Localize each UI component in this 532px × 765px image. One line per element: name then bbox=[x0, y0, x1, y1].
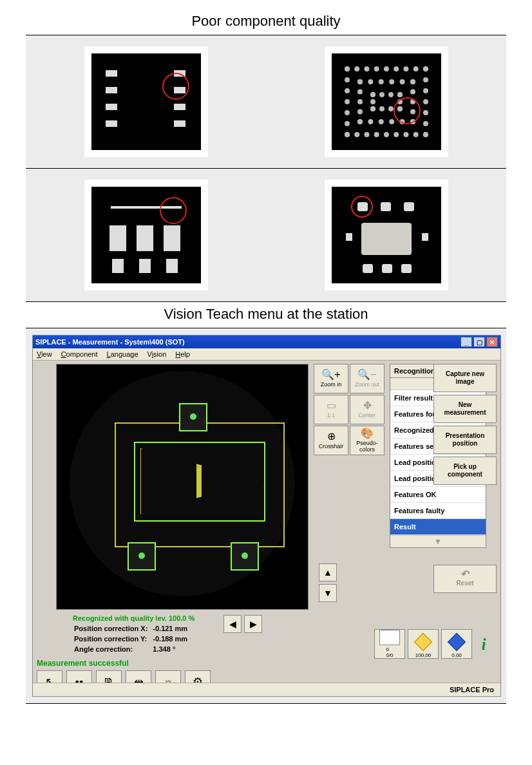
maximize-button[interactable]: ▢ bbox=[473, 337, 485, 347]
defect-circle-icon bbox=[162, 73, 189, 100]
pseudo-colors-button[interactable]: 🎨Pseudo- colors bbox=[350, 426, 385, 455]
nav-next-button[interactable]: ▶ bbox=[244, 615, 262, 633]
nav-down-button[interactable]: ▼ bbox=[319, 584, 337, 602]
defect-circle-icon bbox=[394, 97, 421, 124]
yellow-diamond-widget[interactable]: 100.00 bbox=[408, 629, 439, 659]
window-title: SIPLACE - Measurement - System\400 (SOT) bbox=[35, 338, 185, 346]
defect-circle-icon bbox=[351, 196, 373, 218]
blue-diamond-widget[interactable]: 0.00 bbox=[441, 629, 472, 659]
status-bar: SIPLACE Pro bbox=[33, 683, 500, 696]
defect-image-2 bbox=[325, 47, 448, 156]
menu-vision[interactable]: Vision bbox=[147, 350, 167, 358]
menu-component[interactable]: Component bbox=[61, 350, 98, 358]
view-tools: 🔍+Zoom in 🔍−Zoom out ▭1:1 ✥Center ⊕Cross… bbox=[314, 364, 385, 455]
vertical-nav: ▲ ▼ bbox=[319, 563, 337, 602]
defect-image-3 bbox=[85, 180, 207, 290]
diamond-yellow-icon bbox=[414, 633, 432, 651]
defect-circle-icon bbox=[160, 197, 187, 224]
horizontal-nav: ◀ ▶ bbox=[223, 615, 262, 633]
section-title-2: Vision Teach menu at the station bbox=[26, 306, 506, 323]
capture-new-image-button[interactable]: Capture new image bbox=[433, 364, 497, 392]
one-to-one-button[interactable]: ▭1:1 bbox=[314, 395, 348, 424]
quality-line: Recognized with quality lev. 100.0 % bbox=[73, 614, 195, 623]
section-title-1: Poor component quality bbox=[26, 13, 506, 30]
defect-image-4 bbox=[325, 180, 448, 290]
action-buttons: Capture new image New measurement Presen… bbox=[433, 364, 497, 593]
zoom-in-icon: 🔍+ bbox=[321, 370, 340, 380]
center-icon: ✥ bbox=[363, 401, 372, 411]
close-button[interactable]: ✕ bbox=[486, 337, 498, 347]
pick-up-component-button[interactable]: Pick up component bbox=[433, 457, 497, 485]
zoom-out-button[interactable]: 🔍−Zoom out bbox=[350, 364, 385, 393]
zoom-out-icon: 🔍− bbox=[357, 370, 376, 380]
undo-icon: ↶ bbox=[461, 571, 470, 578]
minimize-button[interactable]: _ bbox=[461, 337, 472, 347]
window-titlebar: SIPLACE - Measurement - System\400 (SOT)… bbox=[33, 335, 500, 348]
crosshair-button[interactable]: ⊕Crosshair bbox=[314, 426, 348, 455]
menu-help[interactable]: Help bbox=[175, 350, 190, 358]
status-bar-text: SIPLACE Pro bbox=[450, 686, 494, 694]
menu-view[interactable]: View bbox=[37, 350, 52, 358]
counter-widget[interactable]: 0 0/0 bbox=[374, 629, 405, 659]
poor-quality-row-2 bbox=[26, 169, 506, 302]
one-to-one-icon: ▭ bbox=[327, 401, 336, 411]
nav-prev-button[interactable]: ◀ bbox=[223, 615, 242, 633]
presentation-position-button[interactable]: Presentation position bbox=[433, 426, 497, 454]
zoom-in-button[interactable]: 🔍+Zoom in bbox=[314, 364, 348, 393]
reset-button[interactable]: ↶ Reset bbox=[433, 565, 497, 593]
diamond-blue-icon bbox=[448, 633, 466, 651]
measurement-readout: Recognized with quality lev. 100.0 % Pos… bbox=[73, 614, 195, 655]
crosshair-icon: ⊕ bbox=[327, 431, 336, 442]
info-button[interactable]: i bbox=[475, 630, 493, 659]
info-icon: i bbox=[481, 635, 486, 654]
menu-bar: View Component Language Vision Help bbox=[33, 348, 500, 361]
bottom-widgets: 0 0/0 100.00 0.00 i bbox=[374, 629, 493, 659]
center-button[interactable]: ✥Center bbox=[350, 395, 385, 424]
vision-teach-window: SIPLACE - Measurement - System\400 (SOT)… bbox=[32, 335, 501, 697]
palette-icon: 🎨 bbox=[361, 428, 374, 439]
menu-language[interactable]: Language bbox=[107, 350, 138, 358]
defect-image-1 bbox=[85, 47, 207, 156]
new-measurement-button[interactable]: New measurement bbox=[433, 395, 497, 423]
camera-viewport bbox=[56, 364, 309, 610]
poor-quality-row-1 bbox=[26, 35, 506, 169]
measurement-status: Measurement successful bbox=[37, 659, 129, 668]
nav-up-button[interactable]: ▲ bbox=[319, 563, 337, 581]
